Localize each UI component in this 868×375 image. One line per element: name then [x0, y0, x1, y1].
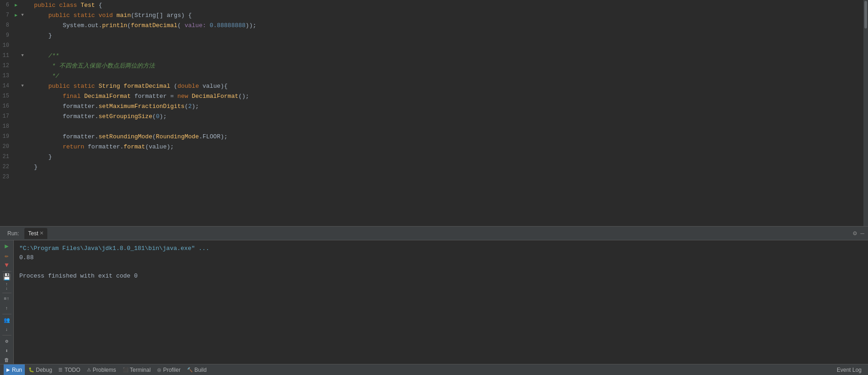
panel-run-label: Run: — [4, 230, 23, 237]
code-lines: 6 ▶ public class Test { 7 ▶ ▼ public sta… — [0, 0, 863, 182]
line-num-8: 8 — [0, 22, 13, 28]
panel-settings: ⚙ — — [853, 229, 864, 237]
problems-status-icon: ⚠ — [87, 367, 91, 372]
sidebar-filter-button[interactable]: ≡↑ — [2, 295, 12, 303]
line-num-18: 18 — [0, 123, 13, 130]
build-status-icon: 🔨 — [187, 367, 193, 372]
build-status-label: Build — [194, 367, 207, 373]
line-content-18 — [32, 123, 863, 130]
panel-tab-test-label: Test — [28, 230, 38, 237]
sidebar-run-button[interactable]: ▶ — [2, 242, 12, 250]
profiler-status-label: Profiler — [163, 367, 181, 373]
console-exit-line: Process finished with exit code 0 — [19, 272, 862, 281]
debug-status-icon: 🐛 — [28, 367, 34, 372]
panel-tab-test[interactable]: Test ✕ — [24, 228, 47, 239]
scrollbar-thumb[interactable] — [864, 1, 867, 28]
gutter-22: 22 — [0, 164, 32, 170]
run-status-label: Run — [12, 367, 22, 373]
sidebar-settings2[interactable]: ⚙ — [2, 337, 12, 345]
line-content-16: formatter.setMaximumFractionDigits(2); — [32, 103, 863, 110]
gutter-20: 20 — [0, 143, 32, 150]
status-terminal[interactable]: ⬛ Terminal — [120, 364, 153, 375]
line-content-8: System.out.println(formatDecimal( value:… — [32, 22, 863, 29]
gutter-11: 11 ▼ — [0, 52, 32, 59]
status-build[interactable]: 🔨 Build — [184, 364, 210, 375]
sidebar-separator4 — [2, 335, 11, 335]
status-event-log[interactable]: Event Log — [834, 364, 864, 375]
status-todo[interactable]: ☰ TODO — [56, 364, 83, 375]
status-profiler[interactable]: ◎ Profiler — [154, 364, 183, 375]
line-content-9: } — [32, 32, 863, 39]
status-bar: ▶ Run 🐛 Debug ☰ TODO ⚠ Problems ⬛ Termin… — [0, 364, 868, 375]
sidebar-save-button[interactable]: 💾 — [2, 273, 12, 281]
run-status-icon: ▶ — [6, 367, 10, 372]
line-content-19: formatter.setRoundingMode(RoundingMode.F… — [32, 133, 863, 140]
gutter-19: 19 — [0, 133, 32, 140]
panel-content[interactable]: "C:\Program Files\Java\jdk1.8.0_181\bin\… — [14, 240, 868, 364]
line-content-7: public static void main(String[] args) { — [32, 12, 863, 19]
sidebar-scroll-down[interactable]: ↑ — [2, 305, 12, 312]
line-content-11: /** — [32, 52, 863, 59]
line-num-9: 9 — [0, 32, 13, 39]
line-num-10: 10 — [0, 42, 13, 49]
profiler-status-icon: ◎ — [157, 367, 161, 372]
code-container[interactable]: 6 ▶ public class Test { 7 ▶ ▼ public sta… — [0, 0, 863, 226]
line-num-16: 16 — [0, 103, 13, 109]
todo-status-icon: ☰ — [58, 367, 62, 372]
event-log-label: Event Log — [837, 367, 862, 373]
sidebar-separator3 — [2, 314, 11, 314]
fold-11[interactable]: ▼ — [19, 53, 26, 58]
line-num-14: 14 — [0, 83, 13, 89]
settings-icon[interactable]: ⚙ — [853, 229, 857, 237]
line-num-19: 19 — [0, 133, 13, 140]
run-icon-7[interactable]: ▶ — [13, 12, 19, 18]
gutter-10: 10 — [0, 42, 32, 49]
gutter-16: 16 — [0, 103, 32, 109]
gutter-13: 13 — [0, 73, 32, 79]
sidebar-stop-button[interactable]: ▼ — [2, 261, 12, 269]
gutter-18: 18 — [0, 123, 32, 130]
sidebar-users-button[interactable]: 👥 — [2, 316, 12, 324]
editor-scrollbar[interactable] — [863, 0, 868, 226]
gutter-6: 6 ▶ — [0, 2, 32, 8]
fold-14[interactable]: ▼ — [19, 84, 26, 88]
code-line-9: 9 } — [0, 30, 863, 40]
code-line-6: 6 ▶ public class Test { — [0, 0, 863, 10]
status-debug[interactable]: 🐛 Debug — [26, 364, 55, 375]
code-line-18: 18 — [0, 121, 863, 131]
status-problems[interactable]: ⚠ Problems — [84, 364, 119, 375]
code-line-16: 16 formatter.setMaximumFractionDigits(2)… — [0, 101, 863, 111]
line-num-17: 17 — [0, 113, 13, 119]
gutter-14: 14 ▼ — [0, 83, 32, 89]
line-content-23 — [32, 174, 863, 181]
line-num-22: 22 — [0, 164, 13, 170]
sidebar-rerun-button[interactable]: ✏ — [2, 252, 12, 260]
gutter-21: 21 — [0, 153, 32, 160]
sidebar-delete[interactable]: 🗑 — [2, 356, 12, 364]
console-cmd-line: "C:\Program Files\Java\jdk1.8.0_181\bin\… — [19, 244, 862, 253]
line-num-11: 11 — [0, 52, 13, 59]
code-line-19: 19 formatter.setRoundingMode(RoundingMod… — [0, 131, 863, 142]
minimize-icon[interactable]: — — [861, 230, 864, 237]
gutter-12: 12 — [0, 62, 32, 69]
console-output-line: 0.88 — [19, 253, 862, 262]
status-run[interactable]: ▶ Run — [4, 364, 25, 375]
gutter-23: 23 — [0, 174, 32, 180]
code-line-11: 11 ▼ /** — [0, 51, 863, 61]
code-line-20: 20 return formatter.format(value); — [0, 142, 863, 152]
code-line-8: 8 System.out.println(formatDecimal( valu… — [0, 20, 863, 30]
code-line-10: 10 — [0, 40, 863, 51]
line-content-20: return formatter.format(value); — [32, 143, 863, 150]
line-num-20: 20 — [0, 143, 13, 150]
debug-status-label: Debug — [36, 367, 52, 373]
code-line-14: 14 ▼ public static String formatDecimal … — [0, 81, 863, 91]
run-icon-6[interactable]: ▶ — [13, 2, 19, 8]
line-content-6: public class Test { — [32, 2, 863, 9]
code-line-12: 12 * 不四舍五入保留小数点后两位的方法 — [0, 61, 863, 71]
sidebar-scroll-top[interactable]: ↑ ↓ — [2, 283, 12, 291]
sidebar-download[interactable]: ⬇ — [2, 347, 12, 355]
sidebar-scroll-up2[interactable]: ↓ — [2, 326, 12, 334]
fold-7[interactable]: ▼ — [19, 13, 26, 17]
editor-area: 6 ▶ public class Test { 7 ▶ ▼ public sta… — [0, 0, 868, 226]
panel-tab-close[interactable]: ✕ — [40, 230, 44, 236]
